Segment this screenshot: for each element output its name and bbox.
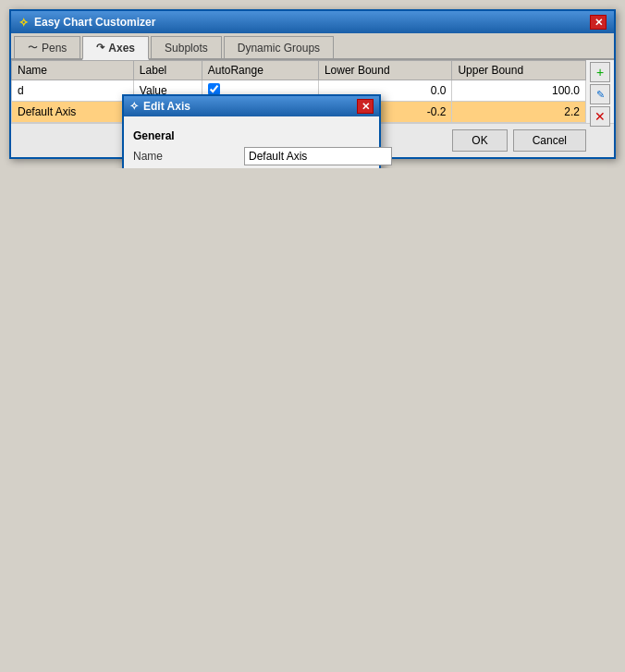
tab-pens[interactable]: 〜 Pens — [14, 36, 80, 58]
title-bar: ✧ Easy Chart Customizer ✕ — [11, 11, 614, 33]
tab-bar: 〜 Pens ↷ Axes Subplots Dynamic Groups — [11, 33, 614, 60]
add-button[interactable]: + — [590, 62, 610, 82]
table-action-buttons: + ✎ ✕ — [588, 60, 612, 128]
dialog-title-bar: ✧ Edit Axis ✕ — [124, 96, 379, 116]
col-name: Name — [12, 61, 134, 80]
name-label: Name — [133, 150, 244, 163]
axes-tab-icon: ↷ — [96, 42, 104, 54]
col-autorange: AutoRange — [202, 61, 318, 80]
cancel-button[interactable]: Cancel — [513, 129, 586, 152]
main-window: ✧ Easy Chart Customizer ✕ 〜 Pens ↷ Axes … — [9, 9, 616, 159]
pens-tab-icon: 〜 — [28, 41, 38, 55]
dialog-body: General Name Label Type Symbol Numeric D… — [124, 116, 379, 168]
col-label: Label — [133, 61, 202, 80]
col-upper-bound: Upper Bound — [452, 61, 586, 80]
row-name: d — [12, 80, 134, 102]
window-close-button[interactable]: ✕ — [590, 15, 607, 30]
general-section-header: General — [133, 129, 370, 142]
row-upper: 2.2 — [452, 102, 586, 123]
dialog-icon: ✧ — [129, 100, 139, 113]
window-title: Easy Chart Customizer — [34, 16, 155, 29]
col-lower-bound: Lower Bound — [318, 61, 452, 80]
dialog-title: Edit Axis — [143, 100, 190, 113]
delete-button[interactable]: ✕ — [590, 106, 610, 127]
edit-axis-dialog-overlay: ✧ Edit Axis ✕ General Name Label — [122, 94, 381, 168]
name-input[interactable] — [244, 147, 392, 165]
tab-subplots[interactable]: Subplots — [151, 36, 222, 58]
dialog-close-button[interactable]: ✕ — [357, 99, 374, 114]
ok-button[interactable]: OK — [452, 129, 507, 152]
app-icon: ✧ — [18, 16, 29, 30]
tab-dynamic-groups[interactable]: Dynamic Groups — [224, 36, 334, 58]
edit-axis-dialog: ✧ Edit Axis ✕ General Name Label — [122, 94, 381, 168]
name-row: Name — [133, 146, 370, 166]
row-name: Default Axis — [12, 102, 134, 123]
edit-button[interactable]: ✎ — [590, 84, 610, 104]
row-upper: 100.0 — [452, 80, 586, 102]
tab-axes[interactable]: ↷ Axes — [82, 36, 149, 60]
